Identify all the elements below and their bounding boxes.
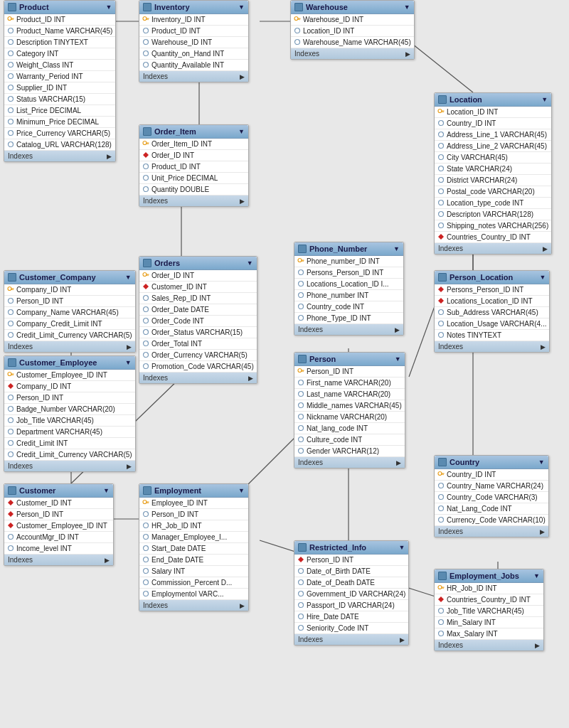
- table-chevron[interactable]: ▼: [533, 572, 540, 579]
- table-header-person_location[interactable]: Person_Location▼: [435, 271, 549, 284]
- table-indexes-row[interactable]: Indexes▶: [4, 555, 113, 565]
- table-location[interactable]: Location▼Location_ID INTCountry_ID INTAd…: [434, 92, 552, 255]
- table-employment-jobs[interactable]: Employment_Jobs▼HR_Job_ID INTCountries_C…: [434, 569, 544, 651]
- diamond-icon: [437, 286, 445, 294]
- table-chevron[interactable]: ▼: [395, 355, 401, 363]
- table-indexes-row[interactable]: Indexes▶: [435, 341, 549, 352]
- table-warehouse[interactable]: Warehouse▼Warehouse_ID INTLocation_ID IN…: [290, 0, 415, 60]
- indexes-chevron[interactable]: ▶: [105, 557, 110, 564]
- indexes-chevron[interactable]: ▶: [395, 326, 400, 333]
- table-field-row: Sales_Rep_ID INT: [139, 293, 257, 304]
- table-indexes-row[interactable]: Indexes▶: [139, 373, 257, 383]
- svg-rect-80: [147, 274, 147, 275]
- indexes-chevron[interactable]: ▶: [535, 642, 540, 649]
- indexes-chevron[interactable]: ▶: [127, 463, 132, 470]
- table-chevron[interactable]: ▼: [125, 359, 132, 366]
- field-name: Nat_Lang_Code INT: [447, 505, 512, 513]
- table-indexes-row[interactable]: Indexes▶: [4, 151, 115, 161]
- table-header-warehouse[interactable]: Warehouse▼: [291, 1, 414, 14]
- table-customer-employee[interactable]: Customer_Employee▼Customer_Employee_ID I…: [4, 355, 136, 472]
- indexes-chevron[interactable]: ▶: [543, 245, 548, 252]
- table-chevron[interactable]: ▼: [404, 4, 410, 11]
- table-restricted-info[interactable]: Restricted_Info▼Person_ID INTDate_of_Bir…: [294, 540, 409, 646]
- table-header-person[interactable]: Person▼: [294, 353, 405, 366]
- table-person[interactable]: Person▼Person_ID INTFirst_name VARCHAR(2…: [294, 352, 405, 469]
- table-indexes-row[interactable]: Indexes▶: [435, 640, 543, 651]
- table-title: Person_Location: [450, 273, 513, 282]
- table-customer-company[interactable]: Customer_Company▼Company_ID INTPerson_ID…: [4, 270, 136, 353]
- indexes-chevron[interactable]: ▶: [400, 636, 405, 643]
- svg-line-7: [409, 299, 437, 377]
- table-inventory[interactable]: Inventory▼Inventory_ID INTProduct_ID INT…: [139, 0, 249, 82]
- table-product[interactable]: Product▼Product_ID INTProduct_Name VARCH…: [4, 0, 116, 162]
- table-orders[interactable]: Orders▼Order_ID INTCustomer_ID INTSales_…: [139, 256, 257, 384]
- indexes-chevron[interactable]: ▶: [107, 153, 112, 160]
- indexes-chevron[interactable]: ▶: [396, 459, 401, 466]
- table-indexes-row[interactable]: Indexes▶: [4, 341, 135, 352]
- svg-point-138: [144, 557, 149, 562]
- table-indexes-row[interactable]: Indexes▶: [294, 324, 403, 335]
- table-header-employment[interactable]: Employment▼: [139, 484, 248, 498]
- table-indexes-row[interactable]: Indexes▶: [294, 634, 408, 645]
- table-header-phone_number[interactable]: Phone_Number▼: [294, 242, 403, 256]
- table-chevron[interactable]: ▼: [238, 128, 245, 135]
- table-header-orders[interactable]: Orders▼: [139, 257, 257, 270]
- table-field-row: Category INT: [4, 48, 115, 60]
- table-chevron[interactable]: ▼: [538, 459, 545, 466]
- table-employment[interactable]: Employment▼Employee_ID INTPerson_ID INTH…: [139, 483, 249, 611]
- table-chevron[interactable]: ▼: [238, 487, 245, 494]
- table-customer[interactable]: Customer▼Customer_ID INTPerson_ID INTCus…: [4, 483, 114, 566]
- table-chevron[interactable]: ▼: [238, 4, 245, 11]
- table-indexes-row[interactable]: Indexes▶: [4, 461, 135, 471]
- table-header-restricted_info[interactable]: Restricted_Info▼: [294, 541, 408, 555]
- table-header-country[interactable]: Country▼: [435, 456, 548, 469]
- indexes-chevron[interactable]: ▶: [541, 343, 546, 350]
- table-chevron[interactable]: ▼: [125, 274, 132, 281]
- indexes-chevron[interactable]: ▶: [240, 602, 245, 609]
- table-header-customer_employee[interactable]: Customer_Employee▼: [4, 356, 135, 370]
- table-indexes-row[interactable]: Indexes▶: [435, 526, 548, 537]
- table-indexes-row[interactable]: Indexes▶: [291, 48, 414, 59]
- table-chevron[interactable]: ▼: [106, 4, 112, 11]
- table-indexes-row[interactable]: Indexes▶: [139, 196, 248, 206]
- table-indexes-row[interactable]: Indexes▶: [139, 71, 248, 82]
- table-person-location[interactable]: Person_Location▼Persons_Person_ID INTLoc…: [434, 270, 550, 353]
- table-header-product[interactable]: Product▼: [4, 1, 115, 14]
- table-chevron[interactable]: ▼: [398, 544, 405, 551]
- svg-point-28: [9, 107, 14, 112]
- table-header-order_item[interactable]: Order_Item▼: [139, 125, 248, 139]
- table-field-row: Location_ID INT: [291, 26, 414, 37]
- table-db-icon: [438, 273, 447, 282]
- table-header-employment_jobs[interactable]: Employment_Jobs▼: [435, 569, 543, 583]
- table-order-item[interactable]: Order_Item▼Order_Item_ID INTOrder_ID INT…: [139, 124, 249, 207]
- table-header-location[interactable]: Location▼: [435, 93, 551, 107]
- field-name: Sub_Address VARCHAR(45): [447, 309, 538, 316]
- indexes-chevron[interactable]: ▶: [127, 343, 132, 350]
- table-header-customer_company[interactable]: Customer_Company▼: [4, 271, 135, 284]
- indexes-chevron[interactable]: ▶: [405, 50, 410, 58]
- table-indexes-row[interactable]: Indexes▶: [435, 243, 551, 254]
- table-field-row: Country_Code VARCHAR(3): [435, 492, 548, 503]
- table-indexes-row[interactable]: Indexes▶: [294, 457, 405, 468]
- table-field-row: Government_ID VARCHAR(24): [294, 589, 408, 600]
- table-chevron[interactable]: ▼: [247, 259, 253, 267]
- table-country[interactable]: Country▼Country_ID INTCountry_Name VARCH…: [434, 455, 549, 537]
- indexes-chevron[interactable]: ▶: [240, 73, 245, 80]
- circle-icon: [297, 601, 304, 610]
- indexes-chevron[interactable]: ▶: [248, 375, 253, 382]
- table-chevron[interactable]: ▼: [103, 487, 110, 494]
- field-name: Product_Name VARCHAR(45): [16, 27, 112, 35]
- table-header-customer[interactable]: Customer▼: [4, 484, 113, 498]
- table-field-row: Badge_Number VARCHAR(20): [4, 404, 135, 415]
- field-name: Weight_Class INT: [16, 61, 73, 69]
- table-phone-number[interactable]: Phone_Number▼Phone_number_ID INTPersons_…: [294, 242, 404, 336]
- indexes-chevron[interactable]: ▶: [540, 528, 545, 535]
- svg-point-96: [299, 304, 304, 309]
- table-chevron[interactable]: ▼: [540, 274, 546, 281]
- table-field-row: Supplier_ID INT: [4, 82, 115, 94]
- table-indexes-row[interactable]: Indexes▶: [139, 600, 248, 611]
- table-chevron[interactable]: ▼: [393, 245, 400, 252]
- table-chevron[interactable]: ▼: [541, 96, 548, 103]
- table-header-inventory[interactable]: Inventory▼: [139, 1, 248, 14]
- indexes-chevron[interactable]: ▶: [240, 198, 245, 205]
